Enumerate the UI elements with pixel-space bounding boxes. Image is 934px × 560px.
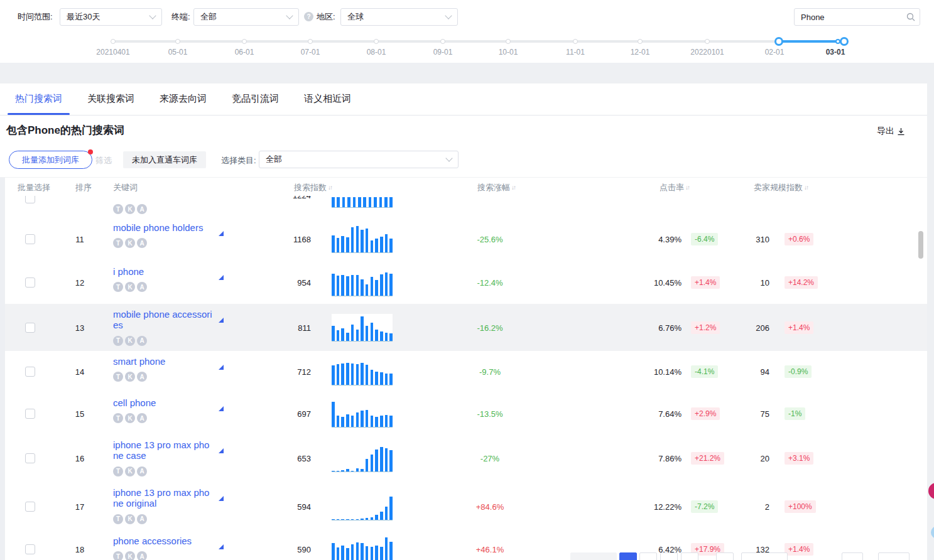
keyword-link[interactable]: mobile phone accessories	[113, 309, 225, 331]
not-added-filter-button[interactable]: 未加入直通车词库	[123, 151, 206, 168]
filter-button[interactable]: 筛选	[95, 155, 112, 166]
row-checkbox[interactable]	[25, 234, 35, 244]
seller-scale-value: 20	[719, 454, 769, 463]
row-checkbox[interactable]	[25, 323, 35, 333]
tka-a-icon[interactable]: A	[137, 238, 147, 248]
tka-a-icon[interactable]: A	[137, 282, 147, 292]
tka-icons: TKA	[113, 336, 225, 346]
tick-dot-icon	[111, 39, 116, 44]
tka-t-icon[interactable]: T	[113, 466, 123, 477]
keyword-link[interactable]: cell phone	[113, 397, 225, 408]
keyword-link[interactable]: mobile phone holders	[113, 222, 225, 233]
pagination-next-button[interactable]	[741, 552, 788, 560]
sort-icon[interactable]: ↓↑	[511, 185, 515, 191]
tab-来源去向词[interactable]: 来源去向词	[152, 83, 214, 115]
tka-t-icon[interactable]: T	[113, 336, 123, 346]
time-range-select[interactable]: 最近30天	[60, 8, 162, 26]
search-growth-value: -13.5%	[440, 409, 540, 418]
pagination-page-5-button[interactable]	[716, 552, 734, 560]
row-checkbox[interactable]	[25, 544, 35, 554]
keyword-link[interactable]: iphone 13 pro max phone original	[113, 487, 225, 509]
pagination-prev-button[interactable]	[570, 552, 617, 560]
column-header-label: 排序	[75, 182, 92, 193]
column-header-label: 批量选择	[18, 182, 50, 193]
download-icon	[897, 127, 905, 136]
row-checkbox[interactable]	[25, 277, 35, 288]
row-checkbox[interactable]	[25, 367, 35, 377]
timeline-selected-range[interactable]	[779, 40, 844, 43]
tka-k-icon[interactable]: K	[125, 336, 135, 346]
tka-a-icon[interactable]: A	[137, 204, 147, 214]
tka-a-icon[interactable]: A	[137, 336, 147, 346]
tka-t-icon[interactable]: T	[113, 413, 123, 423]
search-growth-value: -16.2%	[440, 323, 540, 332]
tab-语义相近词[interactable]: 语义相近词	[296, 83, 359, 115]
terminal-label: 终端:	[171, 8, 190, 26]
tka-k-icon[interactable]: K	[125, 372, 135, 382]
spark-bar	[337, 364, 340, 385]
batch-add-button[interactable]: 批量添加到词库	[9, 151, 92, 169]
tka-a-icon[interactable]: A	[137, 372, 147, 382]
pagination-size-select[interactable]	[842, 552, 863, 560]
tka-t-icon[interactable]: T	[113, 204, 123, 214]
tka-t-icon[interactable]: T	[113, 282, 123, 292]
spark-bar	[332, 365, 335, 385]
tka-k-icon[interactable]: K	[125, 282, 135, 292]
vertical-scrollbar[interactable]	[918, 231, 923, 259]
search-input[interactable]	[794, 8, 920, 26]
scale-change-badge: +14.2%	[785, 276, 818, 289]
column-header: 点击率↓↑	[660, 182, 689, 193]
timeline-handle-end[interactable]	[840, 37, 849, 46]
keyword-link[interactable]: i phone	[113, 266, 225, 277]
tab-热门搜索词[interactable]: 热门搜索词	[8, 83, 70, 115]
keyword-cell: smart phoneTKA	[113, 356, 225, 382]
spark-bar	[341, 363, 344, 385]
search-growth-value: +46.1%	[440, 545, 540, 554]
keyword-link[interactable]: phone accessories	[113, 536, 225, 546]
pagination-jump-input[interactable]	[878, 552, 910, 560]
category-value: 全部	[266, 154, 282, 165]
tka-t-icon[interactable]: T	[113, 551, 123, 560]
sort-icon[interactable]: ↓↑	[328, 185, 332, 191]
pagination-page-3-button[interactable]	[660, 552, 678, 560]
region-select[interactable]: 全球	[340, 8, 458, 26]
row-checkbox[interactable]	[25, 196, 35, 203]
timeline-handle-start[interactable]	[774, 37, 783, 46]
sort-icon[interactable]: ↓↑	[685, 185, 689, 191]
row-checkbox[interactable]	[25, 453, 35, 463]
column-header: 搜索涨幅↓↑	[477, 182, 515, 193]
tab-竞品引流词[interactable]: 竞品引流词	[224, 83, 286, 115]
spark-bar	[346, 519, 349, 520]
row-checkbox[interactable]	[25, 502, 35, 512]
tka-t-icon[interactable]: T	[113, 372, 123, 382]
category-select[interactable]: 全部	[259, 151, 459, 168]
tka-k-icon[interactable]: K	[125, 204, 135, 214]
tka-t-icon[interactable]: T	[113, 514, 123, 524]
terminal-select[interactable]: 全部	[193, 8, 299, 26]
tka-k-icon[interactable]: K	[125, 514, 135, 524]
tka-t-icon[interactable]: T	[113, 238, 123, 248]
spark-bar	[341, 417, 344, 427]
tka-a-icon[interactable]: A	[137, 413, 147, 423]
tka-k-icon[interactable]: K	[125, 413, 135, 423]
spark-bar	[366, 365, 369, 385]
tka-k-icon[interactable]: K	[125, 466, 135, 477]
sort-icon[interactable]: ↓↑	[804, 185, 808, 191]
tka-k-icon[interactable]: K	[125, 238, 135, 248]
tka-a-icon[interactable]: A	[137, 551, 147, 560]
timeline-track[interactable]	[112, 40, 845, 43]
pagination-page-4-button[interactable]	[681, 552, 698, 560]
keyword-link[interactable]: smart phone	[113, 356, 225, 367]
tka-a-icon[interactable]: A	[137, 466, 147, 477]
help-icon[interactable]: ?	[304, 12, 313, 21]
tka-a-icon[interactable]: A	[137, 514, 147, 524]
search-icon[interactable]	[906, 13, 915, 21]
keyword-link[interactable]: iphone 13 pro max phone case	[113, 439, 225, 461]
row-checkbox[interactable]	[25, 409, 35, 419]
pagination-page-1-button[interactable]	[619, 552, 637, 560]
spark-bar	[347, 197, 350, 207]
export-button[interactable]: 导出	[877, 126, 905, 137]
tka-k-icon[interactable]: K	[125, 551, 135, 560]
tab-关联搜索词[interactable]: 关联搜索词	[80, 83, 142, 115]
pagination-page-2-button[interactable]	[639, 552, 657, 560]
